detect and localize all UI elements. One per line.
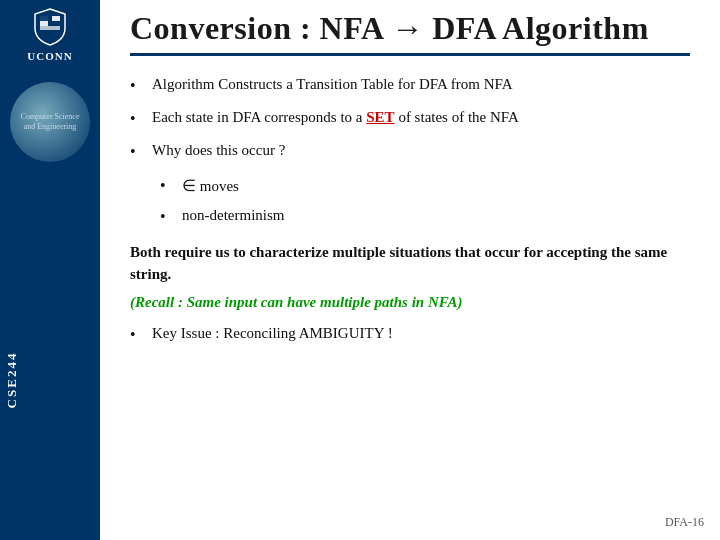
- epsilon-symbol: ∈: [182, 177, 196, 194]
- bold-paragraph: Both require us to characterize multiple…: [130, 241, 690, 286]
- bullet-item-2: • Each state in DFA corresponds to a SET…: [130, 107, 690, 130]
- sub-bullet-icon-2: •: [160, 205, 178, 228]
- main-content: Conversion : NFA → DFA Algorithm • Algor…: [100, 0, 720, 540]
- slide-content: • Algorithm Constructs a Transition Tabl…: [130, 74, 690, 346]
- title-arrow: →: [391, 10, 424, 46]
- bullet-text-3: Why does this occur ?: [152, 140, 285, 162]
- slide-number: DFA-16: [665, 515, 704, 529]
- sub-bullet-text-2: non-determinism: [182, 205, 284, 227]
- recall-text: (Recall : Same input can have multiple p…: [130, 294, 462, 310]
- bullet-icon-1: •: [130, 74, 148, 97]
- bold-text: Both require us to characterize multiple…: [130, 244, 667, 283]
- slide-footer: DFA-16: [665, 515, 704, 530]
- bullet-item-1: • Algorithm Constructs a Transition Tabl…: [130, 74, 690, 97]
- svg-rect-1: [40, 16, 48, 21]
- bullet-icon-4: •: [130, 323, 148, 346]
- sub-bullet-item-2: • non-determinism: [160, 205, 690, 228]
- svg-rect-4: [40, 26, 60, 30]
- bullet-text-1: Algorithm Constructs a Transition Table …: [152, 74, 513, 96]
- bullet2-suffix: of states of the NFA: [395, 109, 519, 125]
- bullet-icon-2: •: [130, 107, 148, 130]
- recall-block: (Recall : Same input can have multiple p…: [130, 292, 690, 314]
- bullet-icon-3: •: [130, 140, 148, 163]
- sub-bullet-text-1: ∈ moves: [182, 174, 239, 198]
- bullet-text-4: Key Issue : Reconciling AMBIGUITY !: [152, 323, 393, 345]
- page-title: Conversion : NFA → DFA Algorithm: [130, 10, 649, 46]
- bullet2-prefix: Each state in DFA corresponds to a: [152, 109, 366, 125]
- university-label: UCONN: [27, 50, 72, 62]
- logo-area: UCONN: [27, 8, 72, 62]
- svg-rect-3: [52, 21, 60, 26]
- set-highlight: SET: [366, 109, 394, 125]
- course-label: CSE244: [0, 346, 24, 415]
- bullet-item-3: • Why does this occur ?: [130, 140, 690, 163]
- department-badge: Computer Science and Engineering: [10, 82, 90, 162]
- sub-bullet1-suffix: moves: [196, 178, 239, 194]
- page-header: Conversion : NFA → DFA Algorithm: [130, 0, 690, 56]
- sidebar: UCONN Computer Science and Engineering C…: [0, 0, 100, 540]
- sub-bullet-icon-1: •: [160, 174, 178, 197]
- title-part1: Conversion : NFA: [130, 10, 391, 46]
- department-badge-text: Computer Science and Engineering: [14, 112, 86, 131]
- bullet-text-2: Each state in DFA corresponds to a SET o…: [152, 107, 519, 129]
- uconn-shield-icon: [34, 8, 66, 46]
- title-part2: DFA Algorithm: [424, 10, 649, 46]
- svg-rect-2: [52, 16, 60, 21]
- bullet-item-4: • Key Issue : Reconciling AMBIGUITY !: [130, 323, 690, 346]
- sub-bullet-item-1: • ∈ moves: [160, 174, 690, 198]
